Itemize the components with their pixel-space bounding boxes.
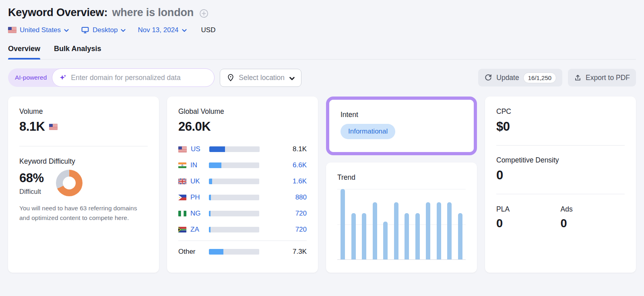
location-pin-icon — [227, 74, 235, 82]
country-code-link[interactable]: US — [191, 145, 209, 153]
country-volume-value[interactable]: 880 — [295, 193, 307, 201]
update-button[interactable]: Update 16/1,250 — [478, 69, 562, 86]
volume-bar-fill — [209, 162, 221, 168]
volume-bar-fill — [209, 195, 211, 200]
trend-card: Trend — [326, 162, 477, 273]
other-countries-row: Other 7.3K — [178, 244, 307, 260]
volume-card: Volume 8.1K Keyword Difficulty 68% Diffi… — [8, 97, 159, 273]
ads-value: 0 — [561, 217, 625, 230]
country-volume-value[interactable]: 720 — [295, 210, 307, 218]
volume-bar — [209, 195, 259, 200]
page-header: Keyword Overview: where is london — [8, 6, 636, 19]
trend-bars — [341, 189, 462, 259]
country-volume-value[interactable]: 6.6K — [293, 161, 307, 169]
us-flag-icon — [49, 124, 58, 130]
country-row[interactable]: NG720 — [178, 206, 307, 222]
trend-bar — [362, 213, 366, 260]
country-volume-value[interactable]: 1.6K — [293, 177, 307, 185]
update-label: Update — [496, 74, 519, 82]
difficulty-donut-chart — [56, 170, 83, 196]
divider — [496, 194, 625, 194]
country-code-link[interactable]: NG — [190, 210, 209, 218]
country-row[interactable]: IN6.6K — [178, 157, 307, 173]
page-keyword: where is london — [112, 6, 194, 18]
country-code-link[interactable]: IN — [190, 161, 209, 169]
pla-ads-row: PLA 0 Ads 0 — [496, 205, 625, 230]
select-location-button[interactable]: Select location — [220, 69, 301, 87]
ai-powered-container: AI-powered — [8, 68, 215, 87]
page-title: Keyword Overview: where is london — [8, 6, 194, 19]
trend-bar — [405, 213, 409, 260]
cpc-value: $0 — [496, 119, 625, 134]
keyword-difficulty-level: Difficult — [19, 188, 44, 195]
ai-powered-badge: AI-powered — [15, 74, 52, 81]
trend-bar — [373, 202, 377, 259]
volume-bar-fill — [209, 249, 223, 255]
update-quota-badge: 16/1,250 — [523, 72, 556, 83]
keyword-difficulty-label: Keyword Difficulty — [19, 157, 148, 166]
cpc-card: CPC $0 Competitive Density 0 PLA 0 Ads 0 — [485, 97, 636, 273]
divider — [19, 146, 148, 146]
sparkle-icon — [59, 74, 67, 82]
us-flag-icon — [178, 146, 187, 152]
ads-block: Ads 0 — [561, 205, 625, 230]
volume-bar-fill — [209, 211, 211, 216]
database-selector[interactable]: United States — [8, 26, 69, 34]
pla-block: PLA 0 — [496, 205, 561, 230]
country-volume-value[interactable]: 720 — [295, 226, 307, 234]
country-row[interactable]: UK1.6K — [178, 173, 307, 189]
country-code-link[interactable]: PH — [190, 193, 209, 201]
tab-bulk-analysis[interactable]: Bulk Analysis — [54, 45, 101, 59]
tab-overview[interactable]: Overview — [8, 45, 40, 59]
device-label: Desktop — [93, 26, 118, 34]
country-code-link[interactable]: ZA — [190, 226, 209, 234]
trend-bar — [383, 222, 388, 260]
country-row[interactable]: US8.1K — [178, 141, 307, 157]
other-value: 7.3K — [293, 248, 307, 256]
device-selector[interactable]: Desktop — [81, 26, 126, 34]
date-label: Nov 13, 2024 — [138, 26, 178, 34]
keyword-difficulty-row: 68% Difficult — [19, 170, 148, 196]
trend-bar — [458, 213, 462, 260]
keyword-difficulty-text: 68% Difficult — [19, 171, 44, 195]
chevron-down-icon — [121, 29, 126, 32]
export-pdf-button[interactable]: Export to PDF — [568, 69, 636, 86]
domain-input[interactable] — [71, 74, 208, 82]
ph-flag-icon — [178, 195, 186, 200]
volume-bar — [209, 211, 259, 216]
uk-flag-icon — [178, 179, 186, 184]
date-selector[interactable]: Nov 13, 2024 — [138, 26, 186, 34]
trend-bar — [447, 202, 452, 259]
intent-trend-column: Intent Informational Trend — [326, 97, 477, 273]
add-keyword-icon[interactable] — [199, 9, 208, 18]
trend-bar — [426, 202, 430, 259]
page-title-text: Keyword Overview: — [8, 6, 107, 18]
domain-input-box[interactable] — [52, 68, 215, 87]
keyword-difficulty-value: 68% — [19, 171, 44, 185]
cpc-label: CPC — [496, 107, 625, 116]
intent-highlight-border: Intent Informational — [326, 97, 477, 155]
global-volume-value: 26.0K — [178, 119, 307, 134]
keyword-overview-page: Keyword Overview: where is london United… — [0, 0, 644, 296]
us-flag-icon — [8, 27, 17, 33]
volume-bar — [209, 179, 259, 184]
country-row[interactable]: PH880 — [178, 189, 307, 206]
divider — [178, 240, 307, 241]
chevron-down-icon — [289, 74, 295, 82]
upload-icon — [574, 74, 582, 82]
country-code-link[interactable]: UK — [190, 177, 209, 185]
competitive-density-value: 0 — [496, 168, 625, 183]
intent-label: Intent — [341, 111, 462, 119]
chevron-down-icon — [182, 29, 187, 32]
volume-value-row: 8.1K — [19, 119, 148, 134]
trend-bar-chart — [337, 189, 466, 260]
keyword-difficulty-note: You will need to have 63 referring domai… — [19, 204, 143, 222]
desktop-icon — [81, 26, 89, 34]
country-volume-value: 8.1K — [293, 145, 307, 153]
volume-bar — [209, 227, 259, 232]
global-volume-rows: US8.1KIN6.6KUK1.6KPH880NG720ZA720 — [178, 141, 307, 238]
select-location-label: Select location — [239, 74, 285, 82]
volume-bar — [209, 146, 260, 152]
volume-bar-fill — [209, 227, 211, 232]
country-row[interactable]: ZA720 — [178, 222, 307, 238]
